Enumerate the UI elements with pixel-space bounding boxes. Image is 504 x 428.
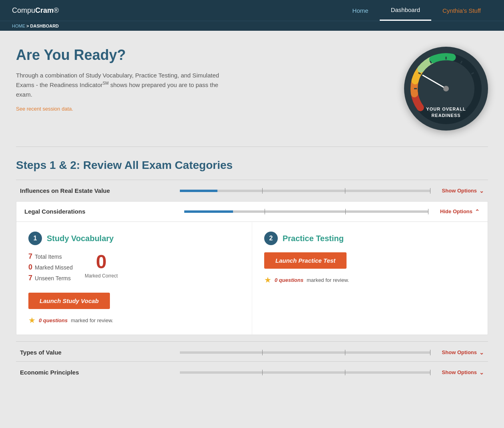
progress-tick-t2 xyxy=(345,350,345,355)
two-col-legal: 1 Study Vocabulary 7 Total Items 0 Marke… xyxy=(16,222,488,335)
hero-title: Are You Ready? xyxy=(16,47,388,63)
breadcrumb-home[interactable]: HOME xyxy=(12,24,25,28)
progress-tick-l3 xyxy=(428,209,428,214)
progress-bar-types xyxy=(180,351,430,354)
svg-point-13 xyxy=(443,86,449,91)
logo: CompuCram® xyxy=(12,6,59,15)
hero-section: Are You Ready? Through a combination of … xyxy=(16,47,488,131)
category-header-types: Types of Value Show Options ⌄ xyxy=(16,349,488,356)
review-row-practice: ★ 0 questions marked for review. xyxy=(264,275,476,285)
nav-home[interactable]: Home xyxy=(341,0,380,21)
steps-title: Steps 1 & 2: Review All Exam Categories xyxy=(16,159,488,172)
svg-line-12 xyxy=(423,75,446,89)
progress-tick-e1 xyxy=(262,370,263,375)
step-circle-1: 1 xyxy=(28,232,42,245)
divider xyxy=(16,147,488,147)
progress-tick-e2 xyxy=(345,370,345,375)
stat-total: 7 Total Items xyxy=(28,252,73,261)
category-name-economic: Economic Principles xyxy=(20,369,180,376)
step-circle-2: 2 xyxy=(264,232,278,245)
progress-bar-economic xyxy=(180,371,430,374)
progress-bar-legal xyxy=(184,210,428,213)
progress-track-types xyxy=(180,351,430,354)
hide-options-btn-legal[interactable]: Hide Options ⌃ xyxy=(440,208,480,215)
category-header-economic: Economic Principles Show Options ⌄ xyxy=(16,369,488,376)
logo-symbol: ® xyxy=(54,6,59,14)
navbar: CompuCram® Home Dashboard Cynthia's Stuf… xyxy=(0,0,504,21)
recent-session-link[interactable]: See recent session data. xyxy=(16,106,73,112)
progress-track xyxy=(180,190,430,192)
chevron-down-icon: ⌄ xyxy=(479,188,484,194)
progress-tick-t1 xyxy=(262,350,263,355)
star-icon-vocab: ★ xyxy=(28,315,36,325)
practice-testing-header: 2 Practice Testing xyxy=(264,232,476,245)
nav-cynthia[interactable]: Cynthia's Stuff xyxy=(431,0,492,21)
category-name-influences: Influences on Real Estate Value xyxy=(20,187,180,194)
category-header-influences: Influences on Real Estate Value Show Opt… xyxy=(16,187,488,194)
study-vocab-header: 1 Study Vocabulary xyxy=(28,232,240,245)
progress-tick-l1 xyxy=(265,209,265,214)
category-row-economic: Economic Principles Show Options ⌄ xyxy=(16,361,488,378)
show-options-btn-economic[interactable]: Show Options ⌄ xyxy=(442,369,484,376)
category-name-legal: Legal Considerations xyxy=(24,208,184,215)
logo-light: Compu xyxy=(12,6,35,14)
stat-unseen: 7 Unseen Terms xyxy=(28,274,73,282)
nav-dashboard[interactable]: Dashboard xyxy=(380,0,431,21)
chevron-up-icon: ⌃ xyxy=(475,208,480,215)
launch-study-vocab-btn[interactable]: Launch Study Vocab xyxy=(28,293,110,309)
hero-desc: Through a combination of Study Vocabular… xyxy=(16,71,232,99)
practice-testing-col: 2 Practice Testing Launch Practice Test … xyxy=(252,222,488,335)
big-num-container: 0 Marked Correct xyxy=(85,252,118,279)
launch-practice-test-btn[interactable]: Launch Practice Test xyxy=(264,252,347,269)
stat-missed: 0 Marked Missed xyxy=(28,263,73,271)
category-row-influences: Influences on Real Estate Value Show Opt… xyxy=(16,180,488,196)
chevron-down-icon-economic: ⌄ xyxy=(479,369,484,376)
hero-text: Are You Ready? Through a combination of … xyxy=(16,47,388,112)
progress-fill xyxy=(180,190,217,192)
progress-fill-legal xyxy=(184,210,233,213)
gauge-container: YOUR OVERALL READINESS xyxy=(404,47,488,131)
progress-tick-2 xyxy=(345,188,345,194)
study-vocab-stats: 7 Total Items 0 Marked Missed 7 Unseen T… xyxy=(28,252,240,285)
chevron-down-icon-types: ⌄ xyxy=(479,349,484,356)
progress-track-legal xyxy=(184,210,428,213)
show-options-btn-influences[interactable]: Show Options ⌄ xyxy=(442,188,484,194)
progress-tick-l2 xyxy=(345,209,346,214)
expanded-card-legal: Legal Considerations Hide Options ⌃ 1 St xyxy=(16,201,488,335)
gauge: YOUR OVERALL READINESS xyxy=(404,47,488,131)
progress-tick-1 xyxy=(262,188,263,194)
progress-tick-3 xyxy=(430,188,430,194)
gauge-label: YOUR OVERALL READINESS xyxy=(426,106,466,119)
logo-bold: Cram xyxy=(35,6,54,14)
show-options-btn-types[interactable]: Show Options ⌄ xyxy=(442,349,484,356)
study-vocab-title: Study Vocabulary xyxy=(47,234,114,243)
progress-tick-t3 xyxy=(430,350,430,355)
category-row-types: Types of Value Show Options ⌄ xyxy=(16,341,488,358)
review-row-vocab: ★ 0 questions marked for review. xyxy=(28,315,240,325)
main-content: Are You Ready? Through a combination of … xyxy=(0,31,504,394)
progress-bar-influences xyxy=(180,190,430,192)
stat-list: 7 Total Items 0 Marked Missed 7 Unseen T… xyxy=(28,252,73,285)
nav-links: Home Dashboard Cynthia's Stuff xyxy=(341,0,492,21)
expanded-header-legal: Legal Considerations Hide Options ⌃ xyxy=(16,202,488,222)
progress-tick-e3 xyxy=(430,370,430,375)
practice-testing-title: Practice Testing xyxy=(283,234,344,243)
progress-track-economic xyxy=(180,371,430,374)
study-vocab-col: 1 Study Vocabulary 7 Total Items 0 Marke… xyxy=(16,222,252,335)
star-icon-practice: ★ xyxy=(264,275,271,285)
breadcrumb: HOME > DASHBOARD xyxy=(0,21,504,31)
category-name-types: Types of Value xyxy=(20,349,180,356)
